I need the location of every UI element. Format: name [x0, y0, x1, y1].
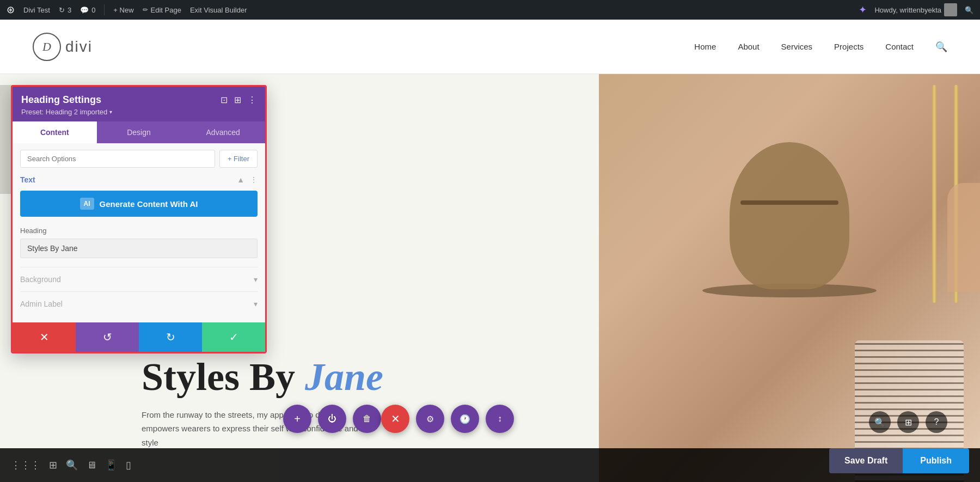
save-draft-button[interactable]: Save Draft: [829, 448, 903, 473]
toolbar-desktop-icon[interactable]: 🖥: [87, 460, 96, 471]
heading-text-input[interactable]: [20, 239, 258, 258]
rack-bar: [932, 85, 936, 303]
logo-circle: D: [33, 33, 61, 61]
edit-page[interactable]: ✏ Edit Page: [143, 6, 181, 14]
fab-delete[interactable]: 🗑: [353, 405, 381, 433]
site-nav: Home About Services Projects Contact 🔍: [694, 41, 947, 53]
howdy[interactable]: Howdy, writtenbyekta: [874, 3, 957, 16]
right-help-icon[interactable]: ?: [926, 411, 947, 433]
nav-contact[interactable]: Contact: [885, 42, 914, 51]
page-settings-button[interactable]: ⚙: [416, 405, 444, 433]
fab-power[interactable]: ⏻: [318, 405, 346, 433]
heading-field-group: Heading: [20, 227, 258, 267]
site-name[interactable]: Divi Test: [23, 6, 50, 14]
arm-silhouette: [947, 183, 980, 292]
panel-footer: ✕ ↺ ↻ ✓: [13, 322, 265, 352]
revisions[interactable]: ↻ 3: [59, 6, 71, 14]
publish-button[interactable]: Publish: [903, 448, 969, 473]
right-search-icon[interactable]: 🔍: [869, 411, 891, 433]
settings-panel: Heading Settings ⊡ ⊞ ⋮ Preset: Heading 2…: [11, 85, 267, 353]
tab-content[interactable]: Content: [13, 121, 97, 143]
section-icons: ▲ ⋮: [237, 175, 258, 184]
tab-advanced[interactable]: Advanced: [181, 121, 265, 143]
redo-button[interactable]: ↻: [139, 322, 202, 352]
hat-crown: [730, 142, 849, 289]
heading-field-label: Heading: [20, 227, 258, 235]
nav-about[interactable]: About: [738, 42, 759, 51]
nav-projects[interactable]: Projects: [834, 42, 863, 51]
toolbar-tablet-icon[interactable]: 📱: [105, 459, 117, 471]
admin-bar: ⊛ Divi Test ↻ 3 💬 0 + New ✏ Edit Page Ex…: [0, 0, 980, 20]
panel-tabs: Content Design Advanced: [13, 121, 265, 143]
section-collapse-icon[interactable]: ▲: [237, 175, 244, 184]
nav-home[interactable]: Home: [694, 42, 716, 51]
ai-icon: AI: [80, 198, 94, 210]
ai-button[interactable]: ✦: [859, 4, 867, 16]
fab-add-module[interactable]: +: [283, 405, 311, 433]
user-avatar: [944, 3, 957, 16]
search-filter-row: + Filter: [20, 150, 258, 168]
preset-chevron: ▾: [109, 109, 112, 115]
panel-icon-more[interactable]: ⋮: [248, 95, 256, 105]
panel-title: Heading Settings: [21, 94, 101, 106]
background-chevron: ▾: [254, 275, 258, 284]
panel-icon-expand[interactable]: ⊡: [220, 95, 228, 105]
nav-search-icon[interactable]: 🔍: [935, 41, 947, 53]
page-close-button[interactable]: ✕: [381, 405, 409, 433]
new-item[interactable]: + New: [113, 6, 133, 14]
site-header: D divi Home About Services Projects Cont…: [0, 20, 980, 74]
filter-button[interactable]: + Filter: [219, 150, 258, 168]
comments[interactable]: 💬 0: [80, 6, 95, 14]
toolbar-wireframe-icon[interactable]: ⊞: [49, 459, 57, 471]
cancel-button[interactable]: ✕: [13, 322, 76, 352]
panel-header-row: Heading Settings ⊡ ⊞ ⋮: [21, 94, 256, 106]
section-more-icon[interactable]: ⋮: [250, 175, 258, 184]
publish-area: Save Draft Publish: [829, 448, 969, 473]
panel-header-icons: ⊡ ⊞ ⋮: [220, 95, 256, 105]
page-history-button[interactable]: 🕐: [451, 405, 479, 433]
right-layers-icon[interactable]: ⊞: [897, 411, 919, 433]
tab-design[interactable]: Design: [97, 121, 181, 143]
section-title: Text: [20, 175, 35, 184]
background-collapsible[interactable]: Background ▾: [20, 267, 258, 291]
panel-header: Heading Settings ⊡ ⊞ ⋮ Preset: Heading 2…: [13, 87, 265, 121]
wp-logo[interactable]: ⊛: [7, 4, 15, 16]
hero-heading-jane: Jane: [305, 355, 383, 399]
site-logo: D divi: [33, 33, 93, 61]
fab-group: + ⏻ 🗑: [283, 405, 381, 433]
logo-text: divi: [65, 38, 93, 56]
admin-label-collapsible[interactable]: Admin Label ▾: [20, 291, 258, 316]
page-layout-button[interactable]: ↕: [486, 405, 514, 433]
toolbar-menu-icon[interactable]: ⋮⋮⋮: [11, 459, 40, 471]
separator: [104, 4, 105, 15]
nav-services[interactable]: Services: [781, 42, 813, 51]
admin-label-label: Admin Label: [20, 300, 63, 308]
background-label: Background: [20, 275, 61, 284]
hero-heading: Styles By: [142, 355, 295, 399]
hat-band: [740, 200, 838, 205]
confirm-button[interactable]: ✓: [202, 322, 265, 352]
undo-button[interactable]: ↺: [76, 322, 139, 352]
admin-label-chevron: ▾: [254, 300, 258, 308]
toolbar-search-icon[interactable]: 🔍: [66, 459, 78, 471]
panel-body: + Filter Text ▲ ⋮ AI Generate Con: [13, 143, 265, 322]
admin-bar-right: ✦ Howdy, writtenbyekta 🔍: [859, 3, 973, 16]
search-options-input[interactable]: [20, 150, 215, 168]
page-actions-group: ✕ ⚙ 🕐 ↕: [381, 405, 514, 433]
text-section-header: Text ▲ ⋮: [20, 175, 258, 184]
panel-preset[interactable]: Preset: Heading 2 imported ▾: [21, 108, 256, 116]
toolbar-phone-icon[interactable]: ▯: [126, 459, 131, 471]
ai-generate-button[interactable]: AI Generate Content With AI: [20, 191, 258, 217]
right-toolbar: 🔍 ⊞ ?: [869, 411, 947, 433]
exit-builder[interactable]: Exit Visual Builder: [190, 6, 247, 14]
search-bar[interactable]: 🔍: [965, 6, 973, 14]
panel-icon-columns[interactable]: ⊞: [234, 95, 241, 105]
hat-container: [702, 96, 877, 303]
